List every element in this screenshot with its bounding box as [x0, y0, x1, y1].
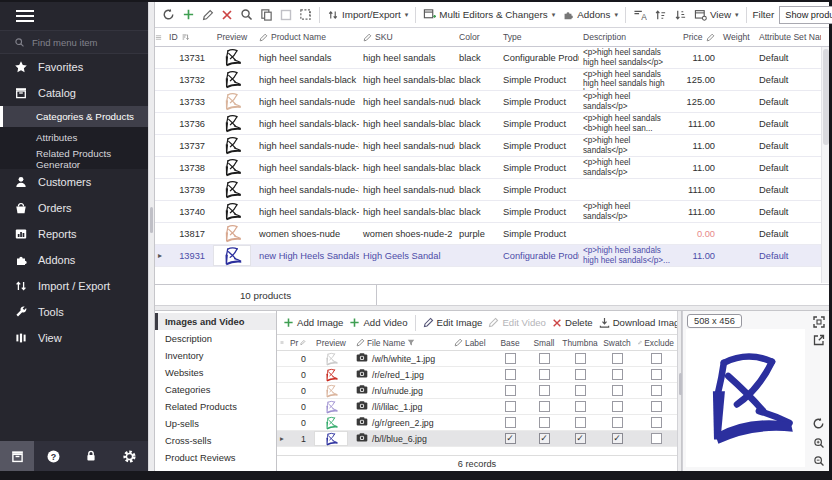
image-row[interactable]: 0 /l/i/lilac_1.jpg — [277, 399, 677, 415]
column-header-pr[interactable]: Pr — [287, 338, 309, 348]
exclude-checkbox[interactable] — [651, 401, 662, 412]
column-header-base[interactable]: Base — [493, 338, 527, 348]
column-header-preview[interactable]: Preview — [309, 338, 353, 348]
image-row[interactable]: 0 /g/r/green_2.jpg — [277, 415, 677, 431]
category-filter-select[interactable]: Show products from selected categories▾ — [779, 6, 832, 24]
base-checkbox[interactable] — [505, 417, 516, 428]
column-header-col[interactable] — [155, 34, 165, 41]
column-header-file-name[interactable]: File Name — [353, 338, 451, 348]
base-checkbox[interactable] — [505, 369, 516, 380]
tab-cross-sells[interactable]: Cross-sells — [155, 432, 276, 449]
exclude-checkbox[interactable] — [651, 353, 662, 364]
image-row[interactable]: ▸1 /b/l/blue_6.jpg✓✓✓✓ — [277, 431, 677, 447]
sort-ascending-button[interactable] — [651, 5, 670, 25]
sidebar-item-import-export[interactable]: Import / Export — [0, 273, 148, 299]
column-header-type[interactable]: Type — [499, 32, 579, 42]
column-header-price[interactable]: Price — [679, 32, 719, 42]
add-video-button[interactable]: Add Video — [347, 313, 409, 333]
sidebar-item-addons[interactable]: Addons — [0, 247, 148, 273]
add-image-button[interactable]: Add Image — [281, 313, 345, 333]
column-header-label[interactable]: Label — [451, 338, 493, 348]
edit-button[interactable] — [199, 5, 217, 25]
refresh-button[interactable] — [159, 5, 178, 25]
product-row[interactable]: 13738 high heel sandals-black-37high hee… — [155, 157, 821, 179]
product-row[interactable]: 13732 high heel sandals-blackhigh heel s… — [155, 69, 821, 91]
quick-filter-button[interactable]: A — [630, 5, 650, 25]
product-row[interactable]: 13739 high heel sandals-nude-37high heel… — [155, 179, 821, 201]
sidebar-item-orders[interactable]: Orders — [0, 195, 148, 221]
sidebar-item-tools[interactable]: Tools — [0, 299, 148, 325]
sidebar-search-input[interactable]: Find menu item — [0, 30, 148, 54]
column-header-thumbna[interactable]: Thumbna — [561, 338, 599, 348]
small-checkbox[interactable] — [539, 417, 550, 428]
tab-up-sells[interactable]: Up-sells — [155, 415, 276, 432]
thumbnail-checkbox[interactable] — [575, 353, 586, 364]
swatch-checkbox[interactable] — [612, 369, 623, 380]
small-checkbox[interactable]: ✓ — [539, 433, 550, 444]
sidebar-item-categories-products[interactable]: Categories & Products — [0, 106, 148, 127]
vertical-scrollbar[interactable] — [821, 47, 829, 283]
tab-websites[interactable]: Websites — [155, 364, 276, 381]
column-header-color[interactable]: Color — [455, 32, 499, 42]
download-image-button[interactable]: Download Image — [597, 313, 677, 333]
base-checkbox[interactable] — [505, 353, 516, 364]
product-row[interactable]: 13731 high heel sandalshigh heel sandals… — [155, 47, 821, 69]
sidebar-item-view[interactable]: View — [0, 325, 148, 351]
column-header-description[interactable]: Description — [579, 32, 679, 42]
image-row[interactable]: 0 /w/h/white_1.jpg — [277, 351, 677, 367]
help-button[interactable]: ? — [34, 441, 72, 471]
sidebar-item-catalog[interactable]: Catalog — [0, 80, 148, 106]
small-checkbox[interactable] — [539, 353, 550, 364]
fit-screen-button[interactable] — [811, 314, 826, 329]
open-external-button[interactable] — [811, 332, 826, 347]
thumbnail-checkbox[interactable] — [575, 369, 586, 380]
delete-image-button[interactable]: Delete — [550, 313, 595, 333]
thumbnail-checkbox[interactable] — [575, 417, 586, 428]
exclude-checkbox[interactable] — [651, 417, 662, 428]
product-row[interactable]: ▸13931 new High Heels SandalsHigh Geels … — [155, 245, 821, 267]
column-header-small[interactable]: Small — [527, 338, 561, 348]
sidebar-item-favorites[interactable]: Favorites — [0, 54, 148, 80]
base-checkbox[interactable]: ✓ — [505, 433, 516, 444]
zoom-out-button[interactable] — [811, 453, 826, 468]
sort-descending-button[interactable] — [671, 5, 690, 25]
column-header-preview[interactable]: Preview — [209, 32, 255, 42]
product-row[interactable]: 13733 high heel sandals-nudehigh heel sa… — [155, 91, 821, 113]
exclude-checkbox[interactable] — [651, 369, 662, 380]
product-row[interactable]: 13736 high heel sandals-black-36high hee… — [155, 113, 821, 135]
sidebar-splitter[interactable] — [148, 2, 155, 471]
column-header-attribute-set-name[interactable]: Attribute Set Name — [755, 32, 821, 42]
tab-inventory[interactable]: Inventory — [155, 347, 276, 364]
exclude-checkbox[interactable] — [651, 385, 662, 396]
column-header-sku[interactable]: SKU — [359, 32, 455, 42]
image-row[interactable]: 0 /n/u/nude.jpg — [277, 383, 677, 399]
product-row[interactable]: 13740 high heel sandals-black-38high hee… — [155, 201, 821, 223]
image-row[interactable]: 0 /r/e/red_1.jpg — [277, 367, 677, 383]
column-header-swatch[interactable]: Swatch — [599, 338, 635, 348]
scrollbar-thumb[interactable] — [823, 49, 829, 145]
swatch-checkbox[interactable] — [612, 385, 623, 396]
view-menu-button[interactable]: View▾ — [691, 5, 742, 25]
small-checkbox[interactable] — [539, 401, 550, 412]
delete-button[interactable] — [218, 5, 236, 25]
swatch-checkbox[interactable]: ✓ — [612, 433, 623, 444]
edit-video-button[interactable]: Edit Video — [486, 313, 548, 333]
thumbnail-checkbox[interactable] — [575, 385, 586, 396]
store-button[interactable] — [0, 441, 34, 471]
hamburger-menu-icon[interactable] — [0, 2, 148, 30]
sidebar-item-related-products-generator[interactable]: Related Products Generator — [0, 148, 148, 169]
tab-categories[interactable]: Categories — [155, 381, 276, 398]
base-checkbox[interactable] — [505, 401, 516, 412]
swatch-checkbox[interactable] — [612, 417, 623, 428]
column-header-product-name[interactable]: Product Name — [255, 32, 359, 42]
column-header-col[interactable] — [277, 339, 287, 346]
tab-images-and-video[interactable]: Images and Video — [155, 313, 276, 330]
zoom-in-button[interactable] — [811, 435, 826, 450]
add-button[interactable] — [179, 5, 198, 25]
sidebar-item-attributes[interactable]: Attributes — [0, 127, 148, 148]
column-header-weight[interactable]: Weight — [719, 32, 755, 42]
small-checkbox[interactable] — [539, 369, 550, 380]
sidebar-item-customers[interactable]: Customers — [0, 169, 148, 195]
edit-image-button[interactable]: Edit Image — [421, 313, 485, 333]
rotate-button[interactable] — [811, 416, 826, 431]
